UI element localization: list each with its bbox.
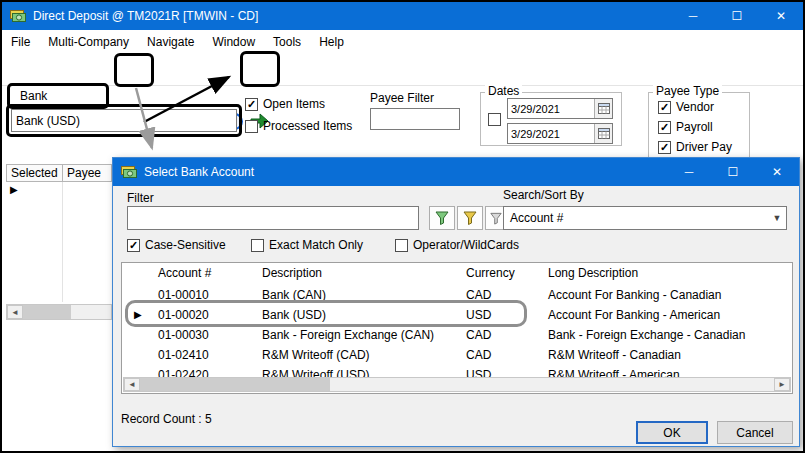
- filter-label: Filter: [127, 191, 154, 205]
- menu-tools[interactable]: Tools: [264, 30, 310, 54]
- select-bank-account-dialog: Select Bank Account ─ ☐ ✕ Filter Search/…: [112, 157, 800, 447]
- main-titlebar[interactable]: Direct Deposit @ TM2021R [TMWIN - CD] ─ …: [2, 2, 803, 30]
- operator-wildcards-checkbox-row[interactable]: Operator/WildCards: [395, 238, 519, 252]
- payroll-checkbox-row[interactable]: ✓ Payroll: [658, 120, 713, 134]
- date-from-calendar-button[interactable]: [594, 99, 612, 118]
- grid-row-marker-icon: ▶: [10, 184, 18, 195]
- dates-checkbox[interactable]: [488, 113, 501, 126]
- driver-pay-checkbox-row[interactable]: ✓ Driver Pay: [658, 140, 732, 154]
- cell-long-description[interactable]: Account For Banking - American: [548, 305, 720, 325]
- dialog-titlebar[interactable]: Select Bank Account ─ ☐ ✕: [113, 158, 799, 186]
- calendar-icon: [598, 103, 610, 114]
- cell-description[interactable]: Bank (CAN): [262, 285, 326, 305]
- date-from-value[interactable]: 3/29/2021: [508, 99, 594, 118]
- processed-items-checkbox[interactable]: [245, 120, 258, 133]
- table-row-selected[interactable]: ▶ 01-00020 Bank (USD) USD Account For Ba…: [122, 305, 792, 325]
- grid-column-separator: [62, 182, 63, 302]
- date-from-field[interactable]: 3/29/2021: [507, 98, 613, 119]
- dialog-title: Select Bank Account: [144, 165, 254, 179]
- main-grid-hscrollbar[interactable]: ◄: [6, 304, 112, 320]
- cell-description[interactable]: R&M Writeoff (CAD): [262, 345, 370, 365]
- menubar: File Multi-Company Navigate Window Tools…: [2, 30, 803, 54]
- table-row[interactable]: 01-02410 R&M Writeoff (CAD) CAD R&M Writ…: [122, 345, 792, 365]
- menu-window[interactable]: Window: [203, 30, 264, 54]
- cell-account[interactable]: 01-00030: [158, 325, 209, 345]
- bank-input[interactable]: Bank (USD): [11, 109, 237, 132]
- main-grid-header: Selected Payee: [6, 164, 112, 182]
- exact-match-checkbox-row[interactable]: Exact Match Only: [251, 238, 363, 252]
- dialog-minimize-button[interactable]: ─: [667, 158, 711, 186]
- cell-long-description[interactable]: Account For Banking - Canadian: [548, 285, 721, 305]
- driver-pay-checkbox[interactable]: ✓: [658, 141, 671, 154]
- payee-filter-input[interactable]: [370, 108, 460, 130]
- processed-items-checkbox-row[interactable]: Processed Items: [245, 119, 352, 133]
- case-sensitive-checkbox[interactable]: ✓: [127, 239, 140, 252]
- apply-filter-button[interactable]: [429, 206, 455, 230]
- col-header-long-description[interactable]: Long Description: [548, 263, 638, 283]
- cell-long-description[interactable]: Bank - Foreign Exchange - Canadian: [548, 325, 745, 345]
- cell-description[interactable]: Bank - Foreign Exchange (CAN): [262, 325, 434, 345]
- table-row[interactable]: 01-00010 Bank (CAN) CAD Account For Bank…: [122, 285, 792, 305]
- payroll-checkbox[interactable]: ✓: [658, 121, 671, 134]
- cell-account[interactable]: 01-00020: [158, 305, 209, 325]
- search-sort-label: Search/Sort By: [503, 188, 584, 202]
- col-header-currency[interactable]: Currency: [466, 263, 515, 283]
- payee-filter-label: Payee Filter: [370, 91, 434, 105]
- bank-input-highlight: Bank (USD): [6, 104, 242, 137]
- table-hscrollbar[interactable]: ◄ ►: [123, 377, 791, 392]
- payroll-label: Payroll: [676, 120, 713, 134]
- cell-currency[interactable]: CAD: [466, 345, 491, 365]
- cell-currency[interactable]: CAD: [466, 325, 491, 345]
- open-items-label: Open Items: [263, 97, 325, 111]
- scroll-left-icon[interactable]: ◄: [124, 378, 140, 391]
- dialog-close-button[interactable]: ✕: [755, 158, 799, 186]
- vendor-checkbox[interactable]: ✓: [658, 101, 671, 114]
- operator-wildcards-checkbox[interactable]: [395, 239, 408, 252]
- exact-match-label: Exact Match Only: [269, 238, 363, 252]
- menu-file[interactable]: File: [2, 30, 39, 54]
- table-header-row: Account # Description Currency Long Desc…: [122, 263, 792, 285]
- date-to-field[interactable]: 3/29/2021: [507, 123, 613, 144]
- date-to-calendar-button[interactable]: [594, 124, 612, 143]
- grid-header-selected[interactable]: Selected: [7, 165, 63, 181]
- open-items-checkbox-row[interactable]: ✓ Open Items: [245, 97, 325, 111]
- menu-navigate[interactable]: Navigate: [138, 30, 203, 54]
- search-sort-value: Account #: [504, 209, 768, 227]
- case-sensitive-checkbox-row[interactable]: ✓ Case-Sensitive: [127, 238, 226, 252]
- vendor-label: Vendor: [676, 100, 714, 114]
- ok-button[interactable]: OK: [636, 421, 708, 444]
- cancel-button[interactable]: Cancel: [717, 421, 793, 444]
- funnel-small-icon: [490, 212, 502, 225]
- table-row[interactable]: 01-00030 Bank - Foreign Exchange (CAN) C…: [122, 325, 792, 345]
- scroll-thumb[interactable]: [23, 305, 71, 319]
- scroll-thumb[interactable]: [140, 378, 330, 391]
- cell-currency[interactable]: USD: [466, 305, 491, 325]
- cell-account[interactable]: 01-00010: [158, 285, 209, 305]
- dialog-maximize-button[interactable]: ☐: [711, 158, 755, 186]
- menu-help[interactable]: Help: [310, 30, 353, 54]
- main-window-title: Direct Deposit @ TM2021R [TMWIN - CD]: [33, 9, 258, 23]
- cell-currency[interactable]: CAD: [466, 285, 491, 305]
- scroll-left-icon[interactable]: ◄: [7, 305, 23, 319]
- minimize-button[interactable]: ─: [671, 2, 715, 30]
- grid-header-payee[interactable]: Payee: [63, 165, 105, 181]
- open-items-checkbox[interactable]: ✓: [245, 98, 258, 111]
- scroll-right-icon[interactable]: ►: [774, 378, 790, 391]
- search-sort-dropdown[interactable]: Account # ▼: [503, 206, 787, 230]
- exact-match-checkbox[interactable]: [251, 239, 264, 252]
- clear-filter-button[interactable]: [457, 206, 483, 230]
- driver-pay-label: Driver Pay: [676, 140, 732, 154]
- menu-multi-company[interactable]: Multi-Company: [39, 30, 138, 54]
- date-to-value[interactable]: 3/29/2021: [508, 124, 594, 143]
- cell-account[interactable]: 01-02410: [158, 345, 209, 365]
- vendor-checkbox-row[interactable]: ✓ Vendor: [658, 100, 714, 114]
- cash-dialog-icon: [121, 165, 137, 179]
- maximize-button[interactable]: ☐: [715, 2, 759, 30]
- filter-input[interactable]: [127, 206, 419, 230]
- col-header-account[interactable]: Account #: [158, 263, 211, 283]
- operator-wildcards-label: Operator/WildCards: [413, 238, 519, 252]
- cell-description[interactable]: Bank (USD): [262, 305, 326, 325]
- cell-long-description[interactable]: R&M Writeoff - Canadian: [548, 345, 681, 365]
- col-header-description[interactable]: Description: [262, 263, 322, 283]
- close-button[interactable]: ✕: [759, 2, 803, 30]
